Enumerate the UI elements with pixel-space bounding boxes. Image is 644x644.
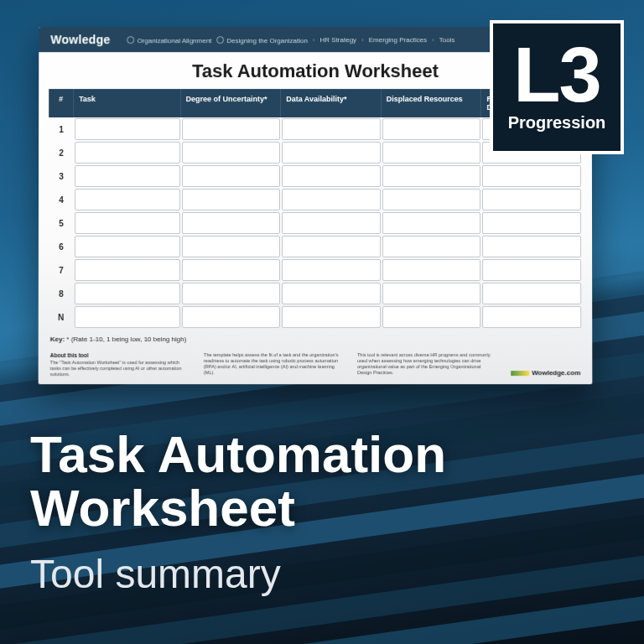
cell-uncertainty xyxy=(181,212,280,234)
row-number: 1 xyxy=(49,118,73,140)
cell-reallocation xyxy=(482,283,581,304)
card-subtitle: Tool summary xyxy=(30,551,281,597)
cell-data-avail xyxy=(282,142,381,164)
footer-right-text: This tool is relevant across diverse HR … xyxy=(357,352,491,375)
cell-data-avail xyxy=(282,212,381,234)
cell-task xyxy=(75,283,180,304)
footer-site: Wowledge.com xyxy=(511,369,580,377)
footer-about: About this tool The "Task Automation Wor… xyxy=(50,352,189,377)
crumb-4: Tools xyxy=(439,36,455,44)
cell-displaced xyxy=(382,118,481,140)
cell-data-avail xyxy=(282,189,381,210)
badge-label: Progression xyxy=(508,113,606,132)
crumb-3: Emerging Practices xyxy=(369,36,427,44)
footer-site-text: Wowledge.com xyxy=(532,369,580,377)
brand-bar-icon xyxy=(511,371,529,376)
cell-reallocation xyxy=(482,189,581,210)
cell-displaced xyxy=(382,165,481,187)
cell-displaced xyxy=(382,283,481,304)
cell-task xyxy=(75,189,180,210)
cell-uncertainty xyxy=(181,283,280,304)
cell-data-avail xyxy=(282,236,381,257)
table-row: 3 xyxy=(49,164,582,188)
key-note: Key: * (Rate 1-10, 1 being low, 10 being… xyxy=(50,335,581,343)
col-number: # xyxy=(49,89,74,117)
table-row: 7 xyxy=(49,258,582,282)
footer-right: This tool is relevant across diverse HR … xyxy=(357,352,496,377)
row-number: 3 xyxy=(49,165,73,187)
footer-mid-text: The template helps assess the fit of a t… xyxy=(204,352,339,375)
cell-data-avail xyxy=(282,165,381,187)
cell-task xyxy=(75,142,180,164)
crumb-0: Organizational Alignment xyxy=(138,37,212,44)
col-task: Task xyxy=(74,89,181,117)
card-title: Task AutomationWorksheet xyxy=(30,428,446,535)
cell-task xyxy=(75,259,180,281)
crumb-2: HR Strategy xyxy=(320,36,357,44)
key-text: * (Rate 1-10, 1 being low, 10 being high… xyxy=(66,335,186,343)
footer-about-text: The "Task Automation Worksheet" is used … xyxy=(50,360,182,377)
footer-about-heading: About this tool xyxy=(50,352,189,359)
cell-uncertainty xyxy=(182,118,281,140)
cell-reallocation xyxy=(482,306,581,328)
cell-task xyxy=(75,306,180,328)
footer-mid: The template helps assess the fit of a t… xyxy=(204,352,342,377)
badge-level: L3 xyxy=(513,42,600,107)
cell-reallocation xyxy=(482,212,581,234)
chevron-right-icon: › xyxy=(432,36,434,44)
cell-displaced xyxy=(382,189,481,210)
target-icon xyxy=(127,36,135,44)
row-number: 6 xyxy=(49,236,73,257)
worksheet-footer: About this tool The "Task Automation Wor… xyxy=(39,352,593,377)
row-number: 7 xyxy=(49,259,73,281)
cell-task xyxy=(75,212,180,234)
row-number: 4 xyxy=(49,189,73,210)
row-number: N xyxy=(49,306,73,328)
table-row: 6 xyxy=(49,235,582,258)
cell-uncertainty xyxy=(181,189,280,210)
org-icon xyxy=(216,36,224,44)
table-row: N xyxy=(49,305,582,329)
table-row: 5 xyxy=(49,211,582,235)
cell-uncertainty xyxy=(182,165,281,187)
cell-data-avail xyxy=(282,283,381,304)
crumb-1: Designing the Organization xyxy=(226,37,307,44)
col-uncert: Degree of Uncertainty* xyxy=(181,89,282,117)
cell-uncertainty xyxy=(181,259,280,281)
cell-displaced xyxy=(382,259,481,281)
chevron-right-icon: › xyxy=(361,36,364,44)
table-row: 4 xyxy=(49,188,582,211)
cell-uncertainty xyxy=(182,142,281,164)
level-badge: L3 Progression xyxy=(490,20,624,154)
cell-reallocation xyxy=(482,259,581,281)
table-row: 8 xyxy=(49,282,582,305)
cell-uncertainty xyxy=(181,236,280,257)
cell-reallocation xyxy=(482,165,581,187)
cell-displaced xyxy=(382,142,481,164)
row-number: 8 xyxy=(49,283,73,304)
cell-reallocation xyxy=(482,236,581,257)
chevron-right-icon: › xyxy=(313,36,315,44)
col-data: Data Availability* xyxy=(281,89,382,117)
key-label: Key: xyxy=(50,335,65,343)
row-number: 2 xyxy=(49,142,73,164)
cell-data-avail xyxy=(282,118,381,140)
cell-task xyxy=(75,236,180,257)
cell-data-avail xyxy=(282,259,381,281)
cell-task xyxy=(75,165,180,187)
cell-data-avail xyxy=(282,306,381,328)
cell-task xyxy=(75,118,180,140)
row-number: 5 xyxy=(49,212,73,234)
card-stage: Wowledge Organizational Alignment Design… xyxy=(0,0,644,644)
cell-displaced xyxy=(382,306,481,328)
card-title-text: Task AutomationWorksheet xyxy=(30,425,446,537)
cell-uncertainty xyxy=(181,306,280,328)
col-disp: Displaced Resources xyxy=(382,89,482,117)
brand-logo: Wowledge xyxy=(50,33,110,46)
cell-displaced xyxy=(382,236,481,257)
cell-displaced xyxy=(382,212,481,234)
